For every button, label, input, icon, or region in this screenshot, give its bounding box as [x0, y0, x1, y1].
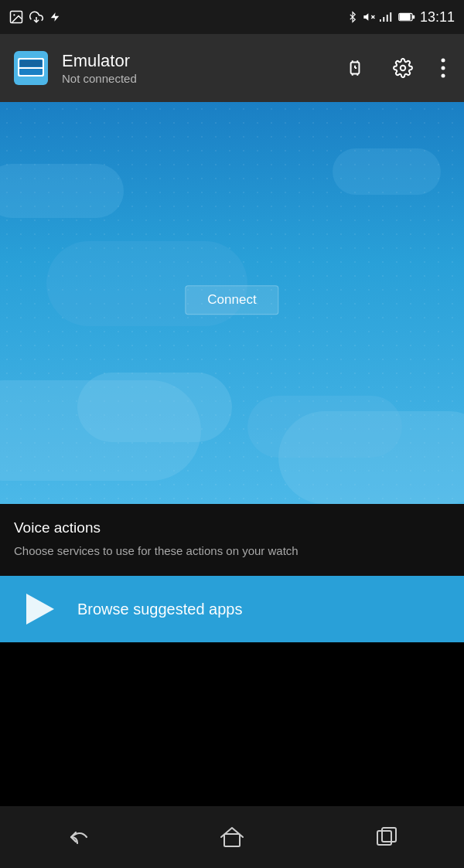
- battery-icon: [398, 12, 415, 22]
- voice-actions-subtitle: Choose services to use for these actions…: [14, 543, 450, 559]
- svg-point-26: [401, 66, 406, 71]
- svg-rect-33: [382, 828, 396, 842]
- app-icon-container: [12, 49, 49, 87]
- settings-icon: [393, 58, 413, 78]
- connect-button[interactable]: Connect: [185, 285, 278, 315]
- status-time: 13:11: [420, 9, 455, 26]
- recent-apps-button[interactable]: [356, 817, 418, 857]
- home-icon: [220, 826, 244, 848]
- svg-point-29: [442, 74, 445, 78]
- signal-icon: [380, 10, 394, 24]
- status-icons-right: 13:11: [347, 9, 455, 26]
- svg-marker-3: [51, 12, 60, 22]
- toolbar: Emulator Not connected: [0, 34, 464, 102]
- back-button[interactable]: [46, 817, 108, 857]
- settings-button[interactable]: [387, 52, 419, 84]
- cloud-4: [247, 396, 402, 458]
- svg-rect-18: [20, 60, 42, 66]
- svg-point-27: [442, 59, 445, 63]
- status-bar: 13:11: [0, 0, 464, 34]
- svg-marker-4: [363, 13, 368, 20]
- cloud-2: [77, 373, 232, 442]
- watch-button[interactable]: [339, 52, 371, 84]
- cloud-6: [333, 148, 441, 195]
- svg-point-28: [442, 66, 445, 70]
- flash-icon: [49, 10, 60, 24]
- sky-area: Connect: [0, 102, 464, 504]
- title-container: Emulator Not connected: [62, 51, 339, 84]
- svg-rect-12: [412, 15, 415, 19]
- status-icons-left: [9, 10, 60, 24]
- svg-rect-32: [377, 831, 391, 845]
- play-store-icon: [19, 589, 59, 629]
- browse-label: Browse suggested apps: [77, 601, 242, 618]
- more-options-icon: [441, 58, 445, 78]
- watch-icon: [345, 58, 365, 78]
- image-icon: [9, 10, 23, 24]
- svg-point-1: [13, 14, 15, 15]
- bluetooth-icon: [347, 10, 358, 24]
- svg-rect-31: [224, 834, 240, 846]
- voice-actions-section: Voice actions Choose services to use for…: [0, 504, 464, 576]
- download-icon: [29, 10, 43, 24]
- recent-apps-icon: [374, 826, 399, 848]
- cloud-5: [0, 164, 124, 218]
- emulator-app-icon: [14, 51, 48, 85]
- app-title: Emulator: [62, 51, 339, 71]
- toolbar-actions: [339, 52, 452, 84]
- mute-icon: [363, 10, 375, 24]
- svg-rect-13: [400, 14, 411, 20]
- app-subtitle: Not connected: [62, 72, 339, 85]
- voice-actions-title: Voice actions: [14, 519, 450, 536]
- nav-bar: [0, 806, 464, 868]
- back-icon: [65, 826, 90, 848]
- browse-suggested-apps-button[interactable]: Browse suggested apps: [0, 576, 464, 642]
- more-options-button[interactable]: [435, 52, 452, 84]
- home-button[interactable]: [201, 817, 263, 857]
- svg-marker-30: [26, 594, 54, 625]
